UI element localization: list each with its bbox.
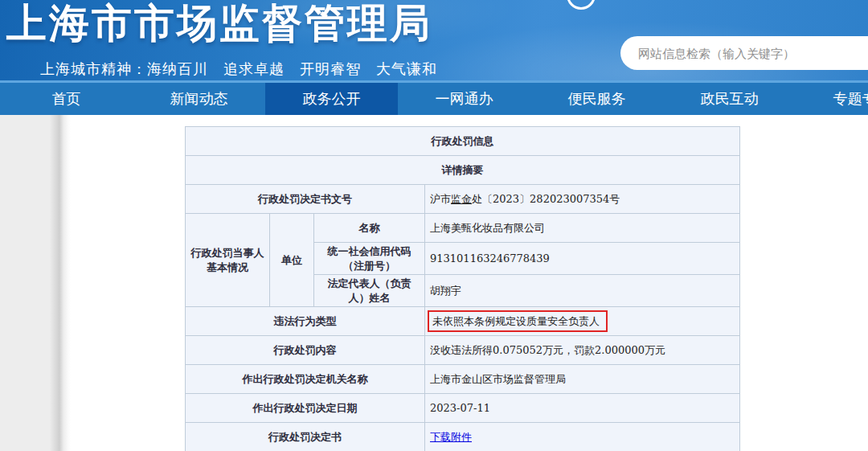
decision-doc-cell: 下载附件 [425,423,740,451]
nav-tab-interaction[interactable]: 政民互动 [663,83,796,115]
table-subtitle: 详情摘要 [186,156,740,185]
table-row: 行政处罚决定书文号 沪市监金处〔2023〕282023007354号 [186,185,740,214]
decision-date-label: 作出行政处罚决定日期 [186,394,425,423]
table-row: 行政处罚决定书 下载附件 [186,423,740,451]
decision-doc-label: 行政处罚决定书 [186,423,425,451]
doc-no-suffix: 处〔2023〕282023007354号 [472,193,620,205]
table-row: 行政处罚内容 没收违法所得0.075052万元，罚款2.000000万元 [186,336,740,365]
doc-no-label: 行政处罚决定书文号 [186,185,425,214]
authority-label: 作出行政处罚决定机关名称 [186,365,425,394]
party-type-label: 单位 [270,214,314,307]
city-spirit-tagline: 上海城市精神：海纳百川 追求卓越 开明睿智 大气谦和 [40,59,437,79]
table-row: 行政处罚当事人基本情况 单位 名称 上海美甄化妆品有限公司 [186,214,740,243]
penalty-info-table: 行政处罚信息 详情摘要 行政处罚决定书文号 沪市监金处〔2023〕2820230… [185,126,740,451]
doc-no-value: 沪市监金处〔2023〕282023007354号 [425,185,740,214]
site-header: 上海市市场监督管理局 上海城市精神：海纳百川 追求卓越 开明睿智 大气谦和 [0,0,868,83]
site-title: 上海市市场监督管理局 [6,0,432,51]
nav-tab-home[interactable]: 首页 [0,83,133,115]
nav-tab-public-service[interactable]: 便民服务 [530,83,663,115]
penalty-content-value: 没收违法所得0.075052万元，罚款2.000000万元 [425,336,740,365]
browser-viewport: 上海市市场监督管理局 上海城市精神：海纳百川 追求卓越 开明睿智 大气谦和 首页… [0,0,868,451]
violation-type-label: 违法行为类型 [186,307,425,336]
site-search-input[interactable] [620,36,868,70]
table-row: 详情摘要 [186,156,740,185]
partial-circle-logo-icon [567,0,596,10]
nav-tab-news[interactable]: 新闻动态 [133,83,265,115]
doc-no-underlined: 监金 [451,193,472,205]
credit-code-value: 913101163246778439 [425,243,740,275]
table-row: 作出行政处罚决定机关名称 上海市金山区市场监督管理局 [186,365,740,394]
nav-tab-gov-disclosure[interactable]: 政务公开 [265,83,398,115]
download-attachment-link[interactable]: 下载附件 [430,431,472,443]
page-left-margin [0,115,71,451]
violation-type-value-highlighted: 未依照本条例规定设质量安全负责人 [428,310,608,333]
page-content: 行政处罚信息 详情摘要 行政处罚决定书文号 沪市监金处〔2023〕2820230… [0,115,868,451]
doc-no-prefix: 沪市 [430,193,451,205]
nav-tab-special-topics[interactable]: 专题专栏 [796,83,868,115]
table-row: 作出行政处罚决定日期 2023-07-11 [186,394,740,423]
table-row: 行政处罚信息 [186,127,740,156]
credit-code-label: 统一社会信用代码（注册号） [314,243,425,275]
table-row: 违法行为类型 未依照本条例规定设质量安全负责人 [186,307,740,336]
main-nav: 首页 新闻动态 政务公开 一网通办 便民服务 政民互动 专题专栏 [0,83,868,115]
party-name-label: 名称 [314,214,425,243]
nav-tab-one-stop-service[interactable]: 一网通办 [398,83,530,115]
violation-type-cell: 未依照本条例规定设质量安全负责人 [425,307,740,336]
legal-rep-label: 法定代表人（负责人）姓名 [314,275,425,307]
legal-rep-value: 胡翔宇 [425,275,740,307]
party-section-label: 行政处罚当事人基本情况 [186,214,270,307]
penalty-content-label: 行政处罚内容 [186,336,425,365]
party-name-value: 上海美甄化妆品有限公司 [425,214,740,243]
authority-value: 上海市金山区市场监督管理局 [425,365,740,394]
decision-date-value: 2023-07-11 [425,394,740,423]
table-title: 行政处罚信息 [186,127,740,156]
